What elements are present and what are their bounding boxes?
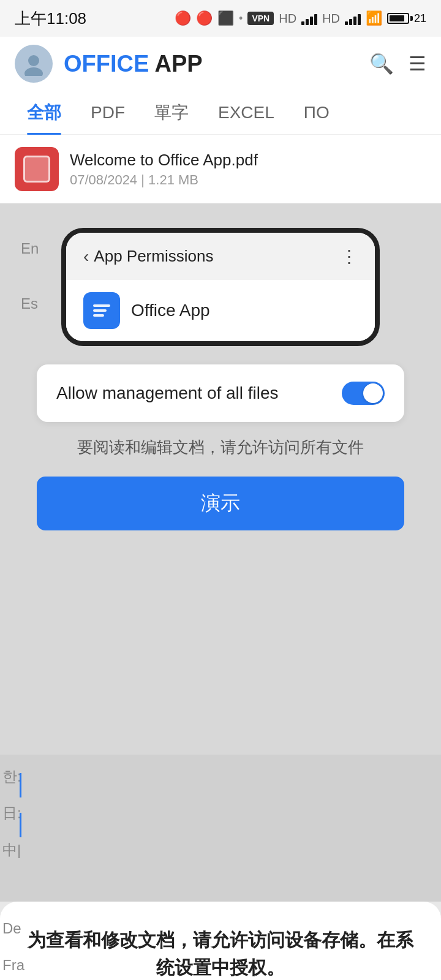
signal-bars-1 — [301, 12, 317, 25]
toggle-knob-1 — [363, 383, 383, 403]
svg-point-1 — [24, 67, 43, 76]
phone-mockup-1: ‹ App Permissions ⋮ Office App — [61, 228, 380, 346]
main-area: En Es ‹ App Permissions ⋮ — [0, 203, 441, 755]
search-icon[interactable]: 🔍 — [369, 52, 394, 75]
app-title-dark: APP — [149, 51, 202, 77]
side-label-en: En — [21, 240, 39, 257]
svg-rect-5 — [93, 314, 104, 317]
file-meta: 07/08/2024 | 1.21 MB — [70, 172, 426, 188]
file-item[interactable]: Welcome to Office App.pdf 07/08/2024 | 1… — [0, 135, 441, 203]
toggle-card-1: Allow management of all files — [37, 364, 404, 422]
vpn-label: VPN — [247, 12, 274, 25]
office-app-icon-1 — [83, 292, 120, 329]
svg-rect-4 — [93, 309, 107, 312]
side-label-ko: 한: — [2, 767, 21, 786]
pdf-icon-inner — [23, 156, 50, 183]
side-label-zh: 中| — [2, 840, 21, 860]
battery-icon: 21 — [387, 12, 426, 25]
app-title-blue: OFFICE — [64, 51, 149, 77]
status-icons: 🔴 🔴 ⬛ • VPN HD HD 📶 21 — [175, 10, 426, 26]
blue-line-2 — [20, 813, 21, 837]
app-header: OFFICE APP 🔍 ☰ — [0, 37, 441, 91]
perm-header-1: ‹ App Permissions ⋮ — [66, 233, 375, 280]
tab-pdf[interactable]: PDF — [76, 91, 140, 135]
tab-all[interactable]: 全部 — [12, 91, 76, 135]
app-title: OFFICE APP — [64, 51, 358, 77]
tab-more[interactable]: ПО — [289, 91, 344, 135]
side-label-fr: Fra — [2, 957, 24, 974]
file-size: 1.21 MB — [148, 172, 198, 187]
perm-menu-1[interactable]: ⋮ — [341, 246, 358, 266]
wifi-icon: 📶 — [366, 10, 382, 26]
bottom-sheet-text: 为查看和修改文档，请允许访问设备存储。在系统设置中授权。 — [22, 926, 419, 980]
bottom-sheet: De Fra 为查看和修改文档，请允许访问设备存储。在系统设置中授权。 ‹ Ap… — [0, 902, 441, 980]
user-icon — [21, 51, 46, 76]
tab-excel[interactable]: EXCEL — [203, 91, 289, 135]
back-arrow-1[interactable]: ‹ — [83, 247, 89, 266]
phone-content-1: ‹ App Permissions ⋮ Office App — [66, 233, 375, 341]
toggle-label-1: Allow management of all files — [56, 383, 279, 403]
spacer-area: 한: 日: 中| — [0, 755, 441, 902]
office-logo-svg-1 — [89, 298, 114, 323]
app-row-1: Office App — [66, 280, 375, 341]
perm-back-1: ‹ App Permissions — [83, 247, 213, 266]
tabs-row: 全部 PDF 單字 EXCEL ПО — [0, 91, 441, 135]
side-label-ja: 日: — [2, 804, 21, 823]
demo-button[interactable]: 演示 — [37, 477, 404, 530]
toggle-switch-1[interactable] — [342, 382, 385, 405]
signal-bars-2 — [345, 12, 361, 25]
side-label-de: De — [2, 920, 21, 937]
battery-level: 21 — [414, 12, 426, 25]
file-name: Welcome to Office App.pdf — [70, 151, 426, 170]
file-info: Welcome to Office App.pdf 07/08/2024 | 1… — [70, 151, 426, 188]
status-bar: 上午11:08 🔴 🔴 ⬛ • VPN HD HD 📶 — [0, 0, 441, 37]
description-text: 要阅读和编辑文档，请允许访问所有文件 — [77, 437, 364, 458]
side-label-es: Es — [21, 295, 38, 312]
blue-line-1 — [20, 773, 21, 797]
svg-rect-3 — [93, 304, 110, 307]
app-row-name-1: Office App — [131, 301, 210, 320]
file-icon — [15, 147, 59, 191]
perm-title-1: App Permissions — [94, 247, 213, 266]
tab-word[interactable]: 單字 — [140, 91, 203, 135]
status-time: 上午11:08 — [15, 8, 86, 29]
file-date: 07/08/2024 — [70, 172, 137, 187]
filter-icon[interactable]: ☰ — [409, 52, 426, 75]
header-actions: 🔍 ☰ — [369, 52, 426, 75]
svg-point-0 — [28, 55, 39, 66]
avatar — [15, 45, 53, 83]
